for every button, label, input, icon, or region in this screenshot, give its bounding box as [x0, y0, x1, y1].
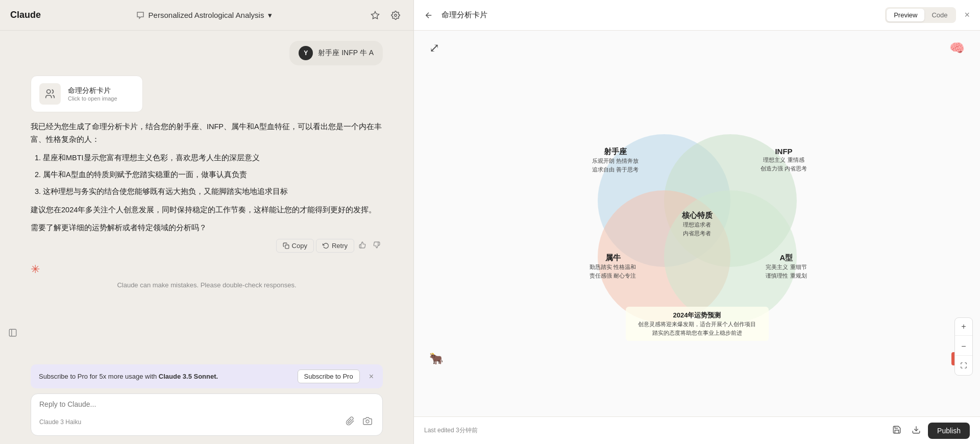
zoom-in-button[interactable]: + — [955, 318, 972, 336]
right-panel: 命理分析卡片 Preview Code × ⤢ 🧠 🐂 A — [413, 0, 980, 444]
preview-header: 命理分析卡片 Preview Code × — [414, 0, 980, 31]
last-edited: Last edited 3分钟前 — [424, 426, 478, 435]
back-icon — [424, 11, 433, 20]
artifact-title: 命理分析卡片 — [68, 86, 117, 95]
assistant-text: 我已经为您生成了命理分析卡片，结合您的射手座、INFP、属牛和A型血特征，可以看… — [31, 120, 383, 234]
top-bar-actions — [368, 8, 403, 23]
user-message: Y 射手座 INFP 牛 A — [31, 41, 383, 65]
banner-close-button[interactable]: × — [368, 371, 375, 382]
svg-point-8 — [664, 190, 797, 323]
retry-button[interactable]: Retry — [316, 239, 354, 253]
svg-rect-1 — [9, 329, 16, 336]
settings-button[interactable] — [388, 8, 403, 23]
save-icon — [892, 425, 901, 434]
footer-actions: Publish — [889, 422, 970, 439]
input-bottom: Claude 3 Haiku — [39, 414, 374, 429]
camera-icon — [363, 416, 372, 426]
zoom-out-button[interactable]: − — [955, 338, 972, 356]
star-button[interactable] — [368, 8, 383, 23]
artifact-card[interactable]: 命理分析卡片 Click to open image — [31, 76, 143, 112]
zoom-controls: + − — [954, 317, 973, 376]
user-text: 射手座 INFP 牛 A — [318, 48, 374, 58]
artifact-subtitle: Click to open image — [68, 95, 117, 102]
chat-area: Y 射手座 INFP 牛 A 命理分析卡片 Cl — [0, 31, 413, 364]
list-item: 星座和MBTI显示您富有理想主义色彩，喜欢思考人生的深层意义 — [43, 152, 383, 164]
error-notice: Claude can make mistakes. Please double-… — [31, 281, 383, 289]
project-title-button[interactable]: Personalized Astrological Analysis ▾ — [136, 11, 273, 20]
project-title-text: Personalized Astrological Analysis — [149, 11, 264, 19]
avatar: Y — [299, 46, 313, 60]
tab-code[interactable]: Code — [924, 9, 954, 21]
assistant-paragraph-1: 我已经为您生成了命理分析卡片，结合您的射手座、INFP、属牛和A型血特征，可以看… — [31, 120, 383, 145]
assistant-message: 命理分析卡片 Click to open image 我已经为您生成了命理分析卡… — [31, 76, 383, 253]
publish-button[interactable]: Publish — [928, 423, 970, 439]
model-label: Claude 3 Haiku — [39, 418, 81, 426]
subscribe-to-pro-button[interactable]: Subscribe to Pro — [298, 369, 360, 383]
artifact-info: 命理分析卡片 Click to open image — [68, 86, 117, 102]
app-logo: Claude — [10, 10, 41, 20]
top-bar: Claude Personalized Astrological Analysi… — [0, 0, 413, 31]
chat-input[interactable] — [39, 400, 374, 408]
claude-asterisk: ✳ — [31, 263, 383, 276]
subscribe-text: Subscribe to Pro for 5x more usage with … — [39, 373, 218, 380]
venn-svg — [570, 101, 825, 346]
brain-icon: 🧠 — [949, 41, 965, 55]
copy-button[interactable]: Copy — [276, 239, 314, 253]
assistant-paragraph-3: 需要了解更详细的运势解析或者特定领域的分析吗？ — [31, 221, 383, 234]
subscribe-banner: Subscribe to Pro for 5x more usage with … — [31, 364, 383, 388]
attach-button[interactable] — [344, 414, 357, 429]
svg-point-2 — [47, 90, 51, 93]
svg-marker-0 — [372, 11, 379, 18]
star-icon — [371, 11, 380, 20]
settings-icon — [391, 11, 400, 20]
back-button[interactable] — [422, 9, 435, 22]
left-panel: Claude Personalized Astrological Analysi… — [0, 0, 413, 444]
tab-group: Preview Code — [885, 7, 956, 23]
user-bubble: Y 射手座 INFP 牛 A — [289, 41, 383, 65]
artifact-icon — [39, 83, 61, 105]
retry-icon — [323, 242, 329, 249]
svg-point-4 — [366, 420, 369, 423]
assistant-paragraph-2: 建议您在2024年多关注个人创意发展，同时保持稳定的工作节奏，这样能让您的才能得… — [31, 204, 383, 216]
download-button[interactable] — [909, 422, 924, 439]
camera-button[interactable] — [361, 414, 374, 429]
venn-diagram: 射手座 乐观开朗 热情奔放 追求自由 善于思考 INFP 理想主义 重情感 创造… — [570, 101, 825, 346]
list-item: 这种理想与务实的结合使您能够既有远大抱负，又能脚踏实地地追求目标 — [43, 185, 383, 198]
expand-icon: ⤢ — [429, 41, 439, 55]
thumbs-down-button[interactable] — [371, 239, 383, 253]
save-button[interactable] — [889, 422, 904, 439]
tab-preview[interactable]: Preview — [887, 9, 924, 21]
fit-icon — [960, 362, 967, 369]
assistant-list: 星座和MBTI显示您富有理想主义色彩，喜欢思考人生的深层意义 属牛和A型血的特质… — [31, 152, 383, 198]
chevron-down-icon: ▾ — [268, 11, 272, 20]
attach-icon — [346, 416, 355, 426]
close-panel-button[interactable]: × — [962, 8, 972, 22]
copy-icon — [283, 242, 289, 249]
chat-icon — [136, 11, 144, 19]
bull-icon: 🐂 — [429, 352, 443, 365]
svg-rect-3 — [285, 245, 288, 249]
zoom-fit-button[interactable] — [955, 358, 972, 375]
input-box: Claude 3 Haiku — [31, 393, 383, 436]
input-area: Claude 3 Haiku — [0, 393, 413, 444]
thumbs-up-button[interactable] — [356, 239, 369, 253]
input-icons — [344, 414, 374, 429]
preview-footer: Last edited 3分钟前 Publish — [414, 416, 980, 444]
preview-content: ⤢ 🧠 🐂 A 射手座 乐观开朗 热情奔放 追求自由 善于思考 — [414, 31, 980, 416]
download-icon — [912, 425, 921, 434]
preview-title: 命理分析卡片 — [442, 10, 879, 20]
list-item: 属牛和A型血的特质则赋予您踏实稳重的一面，做事认真负责 — [43, 168, 383, 181]
sidebar-toggle-button[interactable] — [5, 325, 20, 342]
message-actions: Copy Retry — [31, 239, 383, 253]
